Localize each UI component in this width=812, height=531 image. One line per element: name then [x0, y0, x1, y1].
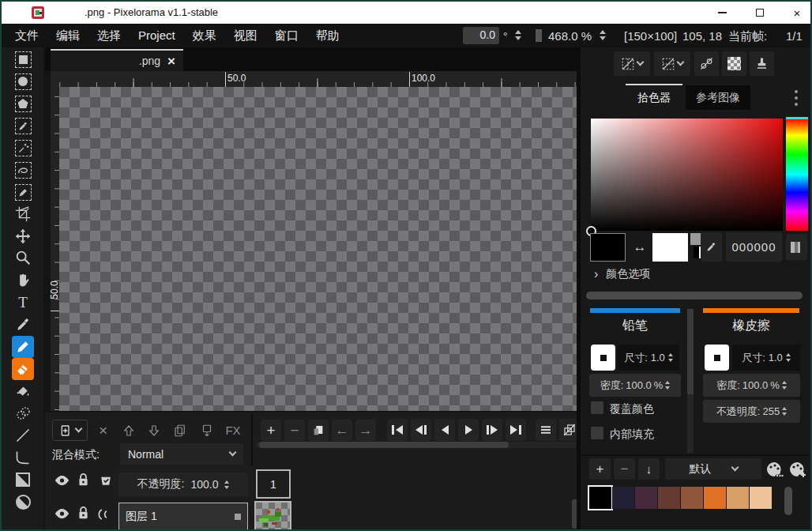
tool-polygon-select[interactable]: [12, 92, 34, 115]
tool-move[interactable]: [12, 225, 34, 247]
new-palette-button[interactable]: [787, 458, 809, 480]
layer-name-field[interactable]: 图层 1: [118, 503, 248, 531]
size-spinner[interactable]: [668, 353, 673, 362]
menu-select[interactable]: 选择: [88, 24, 130, 47]
menu-project[interactable]: Project: [130, 24, 184, 47]
move-frame-right-button[interactable]: →: [355, 420, 376, 441]
eraser-density-slider[interactable]: 密度: 100.0 %: [703, 374, 800, 397]
palette-swatch-3[interactable]: [658, 487, 680, 509]
tab-reference-image[interactable]: 参考图像: [686, 85, 750, 110]
picker-hscrollbar-thumb[interactable]: [586, 292, 803, 299]
timeline-settings-button[interactable]: [536, 419, 556, 441]
density-spinner[interactable]: [665, 381, 670, 390]
close-button[interactable]: ×: [784, 2, 810, 24]
tool-eraser[interactable]: [12, 358, 34, 380]
eraser-opacity-slider[interactable]: 不透明度: 255: [703, 400, 800, 423]
zoom-slider-grabber[interactable]: [536, 29, 542, 42]
hue-slider-handle[interactable]: [786, 117, 808, 119]
tool-ellipse-select[interactable]: [12, 70, 34, 92]
opacity-spinner[interactable]: [782, 407, 787, 416]
primary-color-swatch[interactable]: [590, 233, 626, 262]
cel-thumbnail[interactable]: [254, 501, 291, 531]
move-layer-down-button[interactable]: [144, 420, 164, 441]
tool-rectangle-select[interactable]: [12, 48, 34, 70]
eraser-size-input[interactable]: 尺寸: 1.0: [732, 345, 800, 371]
palette-swatch-1[interactable]: [612, 487, 634, 509]
layer-lock-toggle[interactable]: [77, 472, 90, 488]
mirror-y-button[interactable]: [654, 51, 690, 76]
palette-swatch-7[interactable]: [750, 487, 772, 509]
menu-window[interactable]: 窗口: [266, 24, 307, 47]
pencil-size-input[interactable]: 尺寸: 1.0: [618, 345, 679, 371]
tool-crop[interactable]: [12, 203, 34, 225]
palette-scrollbar-thumb[interactable]: [784, 487, 792, 515]
tool-lasso-select[interactable]: [12, 159, 34, 181]
merge-down-button[interactable]: [196, 420, 217, 441]
first-frame-button[interactable]: [387, 419, 408, 441]
tab-png[interactable]: .png ×: [51, 49, 183, 71]
hex-color-input[interactable]: 000000: [726, 232, 782, 262]
hue-slider[interactable]: [786, 119, 808, 231]
maximize-button[interactable]: [746, 2, 773, 24]
tool-options-scrollbar-thumb[interactable]: [687, 309, 694, 394]
next-frame-button[interactable]: [482, 419, 502, 441]
cel-link-toggle[interactable]: [98, 473, 114, 488]
play-button[interactable]: [458, 419, 479, 441]
horizontal-ruler[interactable]: 50.0 100.0: [59, 71, 577, 87]
secondary-color-swatch[interactable]: [652, 233, 688, 262]
remove-color-button[interactable]: −: [614, 458, 635, 480]
tool-rectangle[interactable]: [12, 469, 34, 491]
tool-pan[interactable]: [12, 269, 34, 291]
move-frame-left-button[interactable]: ←: [332, 420, 352, 441]
drawing-canvas[interactable]: [59, 87, 577, 411]
layer-visibility-toggle[interactable]: [54, 474, 70, 487]
saturation-value-picker[interactable]: [591, 119, 783, 231]
timeline-hscrollbar-thumb[interactable]: [259, 442, 509, 448]
add-layer-button[interactable]: [52, 420, 88, 441]
pencil-brush-button[interactable]: [591, 345, 615, 371]
tab-close-icon[interactable]: ×: [167, 55, 175, 68]
mirror-x-button[interactable]: [614, 51, 650, 76]
menu-effects[interactable]: 效果: [184, 24, 225, 47]
rotation-spinner[interactable]: [515, 30, 521, 40]
tool-curve[interactable]: [12, 446, 34, 469]
previous-frame-button[interactable]: [411, 419, 431, 441]
size-spinner[interactable]: [786, 353, 791, 362]
tool-bucket[interactable]: [12, 380, 34, 402]
tool-shading[interactable]: [12, 402, 34, 424]
play-backwards-button[interactable]: [434, 419, 455, 441]
tool-pencil[interactable]: [12, 336, 34, 358]
remove-frame-button[interactable]: −: [284, 420, 305, 441]
add-color-button[interactable]: +: [589, 458, 611, 480]
eyedropper-button[interactable]: [701, 232, 722, 262]
layer1-lock-toggle[interactable]: [77, 505, 90, 522]
menu-edit[interactable]: 编辑: [47, 24, 88, 47]
color-options-expander[interactable]: › 颜色选项: [594, 267, 650, 281]
minimize-button[interactable]: [709, 2, 735, 24]
palette-swatch-0[interactable]: [589, 487, 611, 509]
overwrite-color-checkbox[interactable]: [591, 401, 603, 414]
dynamics-button[interactable]: [694, 51, 719, 76]
delete-layer-button[interactable]: ×: [93, 420, 113, 441]
clone-layer-button[interactable]: [169, 420, 190, 441]
rotation-input[interactable]: 0.0: [463, 27, 499, 44]
density-spinner[interactable]: [782, 381, 787, 390]
eraser-brush-button[interactable]: [705, 345, 729, 371]
palette-swatch-2[interactable]: [635, 487, 657, 509]
zoom-value[interactable]: 468.0 %: [548, 28, 592, 45]
tab-color-picker[interactable]: 拾色器: [626, 85, 682, 110]
frame-1-button[interactable]: 1: [256, 469, 291, 499]
color-mode-button[interactable]: [786, 234, 807, 260]
menu-help[interactable]: 帮助: [307, 24, 348, 47]
tool-text[interactable]: T: [12, 292, 34, 314]
tool-paint-select[interactable]: [12, 181, 34, 203]
stamp-button[interactable]: [750, 51, 774, 76]
add-frame-button[interactable]: +: [261, 420, 281, 441]
tool-zoom[interactable]: [12, 247, 34, 269]
zoom-spinner[interactable]: [600, 30, 606, 40]
pencil-density-slider[interactable]: 密度: 100.0 %: [589, 374, 681, 397]
layer-fx-button[interactable]: FX: [221, 420, 245, 441]
move-layer-up-button[interactable]: [118, 420, 138, 441]
clone-frame-button[interactable]: [308, 420, 329, 441]
palette-swatch-5[interactable]: [704, 487, 726, 509]
